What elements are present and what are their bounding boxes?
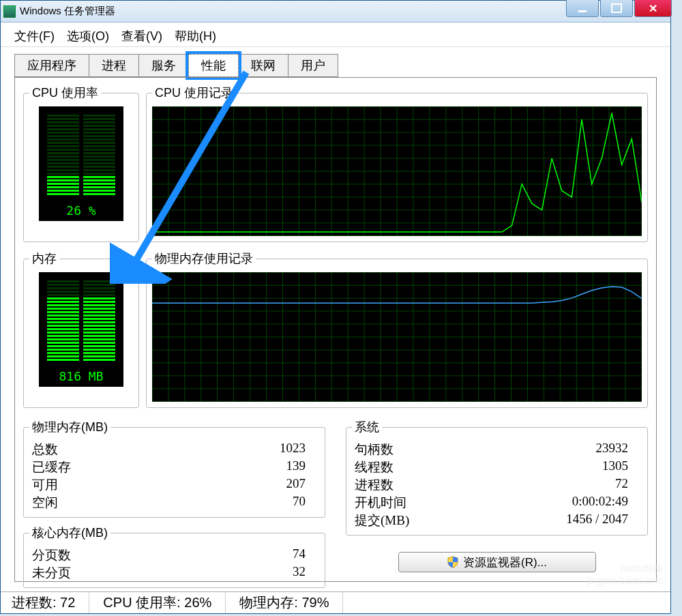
cpu-usage-title: CPU 使用率 xyxy=(29,85,101,101)
menu-view[interactable]: 查看(V) xyxy=(119,27,165,42)
resource-monitor-button[interactable]: 资源监视器(R)... xyxy=(398,552,596,572)
cpu-history-chart xyxy=(152,106,642,236)
menu-options[interactable]: 选项(O) xyxy=(64,27,112,42)
sys-threads-value: 1305 xyxy=(602,458,628,476)
menu-file[interactable]: 文件(F) xyxy=(12,27,57,42)
cpu-history-box: CPU 使用记录 xyxy=(146,85,648,242)
kernel-memory-group: 核心内存(MB) 分页数74 未分页32 xyxy=(23,525,325,588)
phys-cached-label: 已缓存 xyxy=(32,458,71,476)
menu-help[interactable]: 帮助(H) xyxy=(172,27,219,42)
memory-box: 内存 816 MB xyxy=(23,250,139,408)
phys-free-label: 空闲 xyxy=(32,494,58,512)
sys-threads-label: 线程数 xyxy=(355,458,394,476)
tab-strip: 应用程序 进程 服务 性能 联网 用户 xyxy=(1,47,670,77)
status-memory: 物理内存: 79% xyxy=(226,592,343,613)
status-bar: 进程数: 72 CPU 使用率: 26% 物理内存: 79% xyxy=(1,591,670,613)
sys-commit-value: 1456 / 2047 xyxy=(566,512,628,529)
shield-icon xyxy=(447,556,459,568)
sys-processes-value: 72 xyxy=(615,476,628,494)
memory-value: 816 MB xyxy=(47,369,115,383)
performance-panel: CPU 使用率 26 % CPU 使用记录 内存 816 MB 物理内存 xyxy=(14,77,657,582)
phys-cached-value: 139 xyxy=(286,458,306,476)
sys-handles-label: 句柄数 xyxy=(355,441,394,458)
system-group: 系统 句柄数23932 线程数1305 进程数72 开机时间0:00:02:49… xyxy=(346,419,648,536)
sys-commit-label: 提交(MB) xyxy=(355,512,409,529)
kernel-paged-value: 74 xyxy=(293,546,306,564)
memory-history-title: 物理内存使用记录 xyxy=(152,250,256,267)
physical-memory-group: 物理内存(MB) 总数1023 已缓存139 可用207 空闲70 xyxy=(23,419,325,518)
phys-total-label: 总数 xyxy=(32,441,58,458)
watermark: Baidu经验 jingyan.baidu.com xyxy=(587,563,664,586)
tab-processes[interactable]: 进程 xyxy=(89,54,139,77)
cpu-usage-box: CPU 使用率 26 % xyxy=(23,85,139,242)
memory-history-box: 物理内存使用记录 xyxy=(146,250,648,408)
tab-networking[interactable]: 联网 xyxy=(238,54,288,77)
kernel-nonpaged-label: 未分页 xyxy=(32,564,71,582)
status-cpu: CPU 使用率: 26% xyxy=(89,592,226,613)
physical-memory-title: 物理内存(MB) xyxy=(29,419,110,435)
memory-title: 内存 xyxy=(29,250,59,267)
sys-uptime-value: 0:00:02:49 xyxy=(572,494,628,512)
task-manager-window: Windows 任务管理器 文件(F) 选项(O) 查看(V) 帮助(H) 应用… xyxy=(0,0,671,614)
resource-monitor-label: 资源监视器(R)... xyxy=(463,555,547,570)
tab-users[interactable]: 用户 xyxy=(288,54,338,77)
kernel-memory-title: 核心内存(MB) xyxy=(29,525,110,541)
cpu-usage-value: 26 % xyxy=(47,203,115,218)
minimize-button[interactable] xyxy=(566,0,599,17)
sys-handles-value: 23932 xyxy=(596,441,629,458)
cpu-history-title: CPU 使用记录 xyxy=(152,85,236,101)
phys-total-value: 1023 xyxy=(280,441,306,458)
tab-services[interactable]: 服务 xyxy=(138,54,189,77)
sys-uptime-label: 开机时间 xyxy=(355,494,406,512)
tab-performance[interactable]: 性能 xyxy=(188,54,239,77)
maximize-button[interactable] xyxy=(600,0,633,17)
kernel-nonpaged-value: 32 xyxy=(293,564,306,582)
memory-history-chart xyxy=(152,272,642,402)
phys-avail-value: 207 xyxy=(286,476,306,494)
phys-free-value: 70 xyxy=(293,494,306,512)
system-title: 系统 xyxy=(352,419,382,435)
menubar: 文件(F) 选项(O) 查看(V) 帮助(H) xyxy=(1,23,670,47)
sys-processes-label: 进程数 xyxy=(355,476,394,494)
phys-avail-label: 可用 xyxy=(32,476,58,494)
titlebar[interactable]: Windows 任务管理器 xyxy=(1,1,670,23)
tab-applications[interactable]: 应用程序 xyxy=(14,54,89,77)
close-button[interactable] xyxy=(634,0,672,17)
kernel-paged-label: 分页数 xyxy=(32,546,71,564)
cpu-gauge: 26 % xyxy=(39,106,123,221)
memory-gauge: 816 MB xyxy=(39,272,123,387)
app-icon xyxy=(3,5,16,18)
status-processes: 进程数: 72 xyxy=(12,592,89,613)
